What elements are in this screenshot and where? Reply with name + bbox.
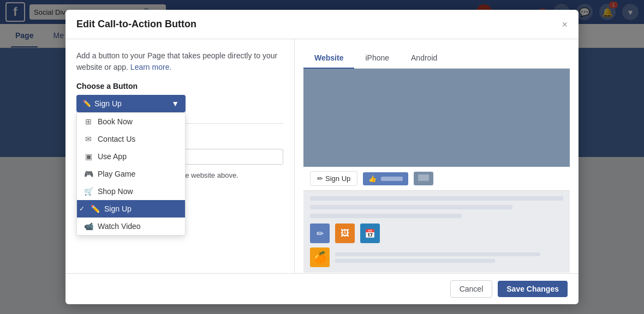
- dropdown-item-play-game[interactable]: 🎮 Play Game: [77, 165, 185, 183]
- preview-edit-icon-box: ✏: [310, 224, 330, 243]
- book-now-icon: ⊞: [84, 117, 93, 126]
- watch-video-label: Watch Video: [98, 222, 141, 231]
- preview-cover: [303, 69, 570, 167]
- shop-now-icon: 🛒: [84, 187, 93, 196]
- like-bar-fill: [381, 177, 403, 181]
- contact-us-label: Contact Us: [98, 135, 135, 143]
- preview-row-2: [310, 205, 512, 209]
- modal-overlay: Edit Call-to-Action Button × Add a butto…: [0, 0, 644, 314]
- preview-action-bar: ✏ Sign Up 👍: [303, 167, 570, 191]
- preview-icons-row: ✏ 🖼 📅: [310, 224, 563, 243]
- play-game-label: Play Game: [98, 170, 135, 178]
- dropdown-menu: ⊞ Book Now ✉ Contact Us ▣ Use App 🎮: [76, 112, 186, 235]
- cancel-button[interactable]: Cancel: [450, 280, 493, 298]
- preview-comment-btn[interactable]: [414, 172, 433, 185]
- preview-row-1: [310, 196, 563, 201]
- dropdown-item-book-now[interactable]: ⊞ Book Now: [77, 113, 185, 130]
- button-type-dropdown: ✏️ Sign Up ▼ ⊞ Book Now ✉ Contact Us: [76, 95, 186, 112]
- modal-title: Edit Call-to-Action Button: [76, 19, 196, 30]
- preview-row-3: [310, 214, 462, 218]
- preview-fruit-row: 🍊: [310, 247, 563, 267]
- use-app-label: Use App: [98, 152, 127, 161]
- choose-button-label: Choose a Button: [76, 82, 283, 90]
- contact-us-icon: ✉: [84, 135, 93, 143]
- modal-footer: Cancel Save Changes: [65, 273, 579, 304]
- close-button[interactable]: ×: [562, 20, 568, 29]
- use-app-icon: ▣: [84, 152, 93, 161]
- save-changes-button[interactable]: Save Changes: [498, 281, 568, 297]
- preview-pencil-icon: ✏: [317, 174, 323, 183]
- preview-text-line-2: [335, 259, 495, 263]
- preview-calendar-icon-box: 📅: [360, 224, 380, 243]
- learn-more-link[interactable]: Learn more.: [130, 63, 171, 71]
- preview-area: ✏ Sign Up 👍: [303, 69, 570, 273]
- tab-android[interactable]: Android: [400, 48, 448, 69]
- sign-up-icon: ✏️: [90, 204, 100, 213]
- preview-signup-button[interactable]: ✏ Sign Up: [310, 171, 357, 186]
- tab-iphone[interactable]: iPhone: [354, 48, 400, 69]
- preview-img-icon-box: 🖼: [335, 224, 355, 243]
- preview-like-btn[interactable]: 👍: [363, 172, 408, 185]
- dropdown-item-shop-now[interactable]: 🛒 Shop Now: [77, 183, 185, 200]
- preview-text-line-1: [335, 252, 540, 256]
- preview-tabs: Website iPhone Android: [303, 48, 570, 69]
- modal-left-panel: Add a button to your Page that takes peo…: [65, 39, 295, 273]
- modal-body: Add a button to your Page that takes peo…: [65, 39, 579, 273]
- preview-text-lines: [335, 252, 563, 263]
- sign-up-label: Sign Up: [104, 204, 132, 213]
- preview-signup-label: Sign Up: [325, 174, 350, 183]
- preview-content: ✏ 🖼 📅 🍊: [303, 191, 570, 273]
- dropdown-item-sign-up[interactable]: ✓ ✏️ Sign Up: [77, 200, 185, 218]
- checkmark-icon: ✓: [79, 205, 85, 213]
- comment-icon: [418, 174, 429, 181]
- selected-option-label: Sign Up: [94, 99, 122, 108]
- shop-now-label: Shop Now: [98, 187, 133, 196]
- pencil-icon: ✏️: [83, 100, 91, 107]
- modal-right-panel: Website iPhone Android ✏ Sign Up: [295, 39, 579, 273]
- fruit-emoji: 🍊: [313, 251, 327, 264]
- play-game-icon: 🎮: [84, 170, 93, 178]
- dropdown-item-watch-video[interactable]: 📹 Watch Video: [77, 218, 185, 235]
- watch-video-icon: 📹: [84, 222, 93, 231]
- modal-description: Add a button to your Page that takes peo…: [76, 50, 283, 73]
- dropdown-item-contact-us[interactable]: ✉ Contact Us: [77, 130, 185, 148]
- dropdown-item-use-app[interactable]: ▣ Use App: [77, 148, 185, 165]
- like-icon: 👍: [368, 175, 377, 183]
- chevron-down-icon: ▼: [171, 99, 179, 108]
- dropdown-trigger-btn[interactable]: ✏️ Sign Up ▼: [76, 95, 186, 112]
- modal-dialog: Edit Call-to-Action Button × Add a butto…: [65, 10, 579, 304]
- tab-website[interactable]: Website: [303, 48, 354, 69]
- modal-header: Edit Call-to-Action Button ×: [65, 10, 579, 39]
- book-now-label: Book Now: [98, 117, 133, 126]
- preview-fruit-img: 🍊: [310, 247, 330, 267]
